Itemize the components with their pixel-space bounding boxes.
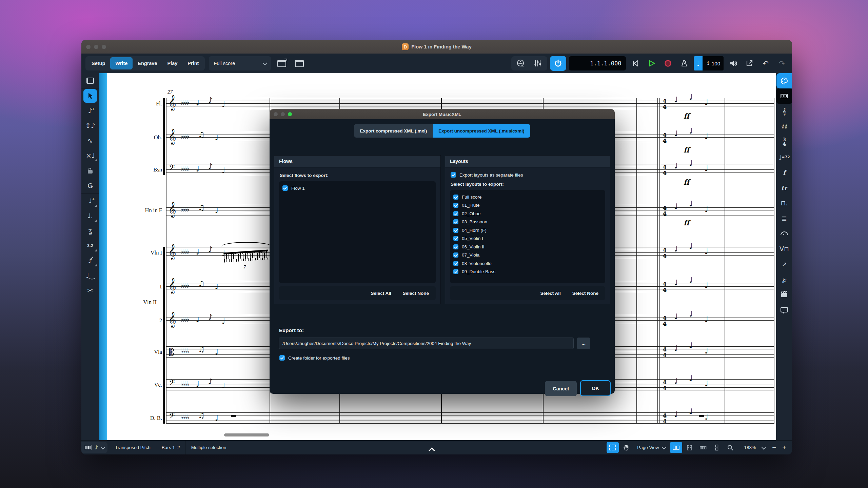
external-editor-button[interactable]	[743, 56, 756, 70]
dotted-note-tool[interactable]: ♩.	[81, 208, 99, 223]
dynamics-panel[interactable]: f	[776, 165, 792, 180]
notations-panel-toggle[interactable]	[776, 73, 792, 88]
marquee-tool-button[interactable]	[607, 442, 619, 453]
clefs-panel[interactable]: 𝄞	[776, 104, 792, 119]
flow-list-item[interactable]: Flow 1	[282, 184, 432, 192]
play-button[interactable]	[645, 56, 658, 70]
layout-list-item[interactable]: 07_Viola	[453, 251, 602, 260]
layout-list-item[interactable]: 04_Horn (F)	[453, 226, 602, 235]
grace-note-tool[interactable]: ♪	[81, 253, 99, 268]
rhythmic-grid-chip[interactable]: ♪	[81, 442, 107, 453]
layout-checkbox[interactable]	[453, 269, 458, 274]
holds-pauses-panel[interactable]	[776, 226, 792, 241]
dialog-minimize-button[interactable]	[281, 112, 285, 116]
export-layouts-separate-checkbox[interactable]	[451, 172, 456, 178]
vertical-view-button[interactable]	[711, 442, 723, 453]
key-signatures-panel[interactable]: ♯♯	[776, 119, 792, 134]
lines-panel[interactable]: ↗	[776, 256, 792, 271]
comments-panel[interactable]	[776, 302, 792, 317]
repeats-panel[interactable]: ⊓.	[776, 195, 792, 210]
dialog-zoom-button[interactable]	[288, 112, 292, 116]
mode-tab-print[interactable]: Print	[182, 57, 204, 69]
metronome-click-button[interactable]	[677, 56, 691, 70]
layout-checkbox[interactable]	[453, 219, 458, 224]
tempo-control[interactable]: ♩ ↕100	[694, 56, 724, 70]
time-signatures-panel[interactable]: 34	[776, 134, 792, 149]
clef-tool[interactable]: Ǥ	[81, 178, 99, 193]
panel-toggle[interactable]	[81, 73, 99, 88]
mixer-faders-icon[interactable]	[531, 56, 545, 70]
note-input-tool[interactable]: ♪+	[81, 103, 99, 118]
export-format-tab-1[interactable]: Export uncompressed XML (.musicxml)	[433, 124, 530, 138]
undo-button[interactable]: ↶	[759, 56, 772, 70]
layout-list-item[interactable]: 06_Violin II	[453, 243, 602, 251]
new-tab-button[interactable]	[275, 56, 289, 70]
create-folder-checkbox[interactable]	[279, 355, 285, 361]
layout-checkbox[interactable]	[453, 236, 458, 241]
select-tool[interactable]	[81, 88, 99, 103]
horizontal-scrollbar[interactable]	[224, 433, 269, 436]
lock-tool[interactable]	[81, 163, 99, 178]
mode-tab-setup[interactable]: Setup	[86, 57, 110, 69]
activate-project-button[interactable]	[550, 56, 566, 71]
layout-checkbox[interactable]	[453, 228, 458, 233]
record-button[interactable]	[661, 56, 675, 70]
rest-tool[interactable]: ʓ	[81, 223, 99, 238]
flows-select-all-button[interactable]: Select All	[371, 291, 391, 296]
layout-checkbox[interactable]	[453, 252, 458, 258]
onscreen-keyboard-panel[interactable]	[776, 88, 792, 104]
grid-view-button[interactable]	[684, 442, 696, 453]
ornaments-panel[interactable]: tr	[776, 180, 792, 195]
layout-list-item[interactable]: Full score	[453, 193, 602, 201]
zoom-out-button[interactable]: −	[769, 444, 779, 451]
playing-techniques-panel[interactable]: ≣	[776, 210, 792, 226]
layout-list-item[interactable]: 03_Bassoon	[453, 218, 602, 226]
bowing-panel[interactable]: V⊓	[776, 241, 792, 256]
video-panel[interactable]	[776, 287, 792, 302]
layout-list-item[interactable]: 05_Violin I	[453, 235, 602, 243]
ornament-tool[interactable]: ∿	[81, 133, 99, 148]
spreads-view-button[interactable]	[670, 442, 682, 453]
flow-checkbox[interactable]	[282, 185, 288, 191]
pitch-transpose-tool[interactable]: ↕♪	[81, 118, 99, 133]
layout-checkbox[interactable]	[453, 195, 458, 200]
layout-list-item[interactable]: 09_Double Bass	[453, 268, 602, 276]
flows-select-none-button[interactable]: Select None	[403, 291, 429, 296]
tempo-panel[interactable]: ♩=72	[776, 149, 792, 165]
notehead-tool[interactable]: ×♩	[81, 148, 99, 163]
layout-list-item[interactable]: 08_Violoncello	[453, 259, 602, 268]
layouts-select-all-button[interactable]: Select All	[540, 291, 560, 296]
mode-tab-write[interactable]: Write	[110, 57, 133, 69]
collapse-panel-chevron[interactable]	[430, 448, 434, 450]
chord-input-tool[interactable]: ♩+	[81, 193, 99, 208]
go-to-start-button[interactable]	[629, 56, 642, 70]
browse-button[interactable]: ...	[577, 338, 590, 349]
video-reel-icon[interactable]	[514, 56, 528, 70]
cancel-button[interactable]: Cancel	[545, 381, 577, 396]
dialog-close-button[interactable]	[274, 112, 278, 116]
layout-checkbox[interactable]	[453, 244, 458, 249]
pedal-panel[interactable]: ℘	[776, 271, 792, 287]
zoom-level-select[interactable]: 188%	[737, 441, 769, 454]
view-mode-select[interactable]: Page View	[633, 441, 669, 454]
layout-checkbox[interactable]	[453, 211, 458, 216]
hand-tool-button[interactable]	[620, 442, 632, 453]
zoom-in-button[interactable]: +	[779, 444, 789, 451]
export-path-input[interactable]: /Users/ahughes/Documents/Dorico Projects…	[279, 338, 574, 349]
layout-checkbox[interactable]	[453, 203, 458, 208]
layout-list-item[interactable]: 01_Flute	[453, 201, 602, 210]
layout-select[interactable]: Full score	[209, 56, 271, 70]
mode-tab-play[interactable]: Play	[162, 57, 183, 69]
ok-button[interactable]: OK	[580, 380, 611, 396]
layouts-select-none-button[interactable]: Select None	[572, 291, 598, 296]
volume-button[interactable]	[726, 56, 740, 70]
redo-button[interactable]: ↷	[775, 56, 789, 70]
scissors-tool[interactable]: ✂	[81, 283, 99, 298]
zoom-tool-button[interactable]	[724, 442, 736, 453]
export-format-tab-0[interactable]: Export compressed XML (.mxl)	[354, 124, 433, 138]
pitch-mode-status[interactable]: Transposed Pitch	[110, 441, 156, 454]
horizontal-view-button[interactable]	[697, 442, 709, 453]
tie-tool[interactable]: ♩‿	[81, 268, 99, 283]
layout-checkbox[interactable]	[453, 261, 458, 266]
single-window-button[interactable]	[293, 56, 306, 70]
